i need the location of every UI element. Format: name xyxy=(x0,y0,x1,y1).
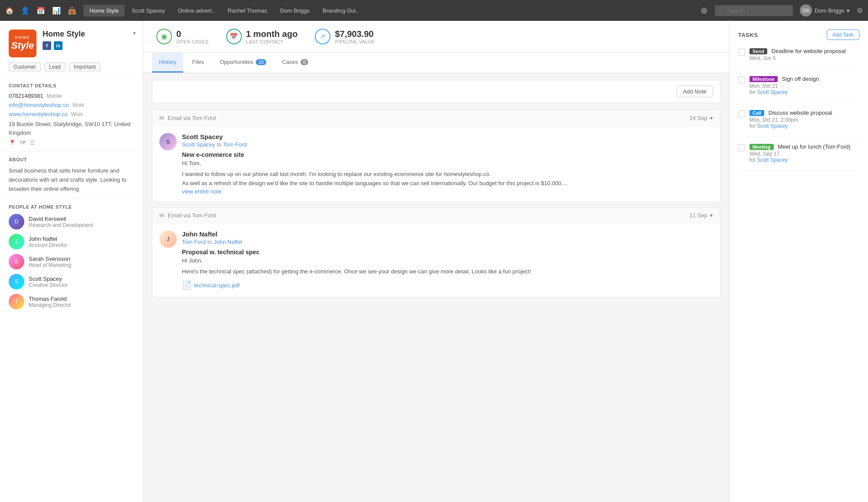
task-item: Milestone Sign off design Mon, Oct 21 fo… xyxy=(738,76,859,103)
linkedin-badge[interactable]: in xyxy=(54,41,63,50)
facebook-badge[interactable]: f xyxy=(43,41,51,50)
logo-home-text: HOME xyxy=(15,35,30,40)
content-tabs: HistoryFilesOpportunities 10Cases 0 xyxy=(143,53,729,73)
nav-tab[interactable]: Online advert.. xyxy=(172,5,221,17)
nav-tab[interactable]: Scott Spacey xyxy=(125,5,171,17)
person-name: Thomas Farold xyxy=(29,296,71,302)
company-tag[interactable]: Important xyxy=(69,63,101,71)
bag-icon[interactable]: 👜 xyxy=(68,7,76,15)
list-item[interactable]: T Thomas Farold Managing Director xyxy=(9,294,134,309)
stat-label: LAST CONTACT xyxy=(246,39,298,44)
emails-list: ✉ Email via Tom Ford 14 Sep ▾ S Scott Sp… xyxy=(152,110,720,297)
email-route: Tom Ford to John Naftel xyxy=(182,239,713,245)
company-name: Home Style xyxy=(43,30,134,39)
attachment-link[interactable]: technical-spec.pdf xyxy=(194,282,240,289)
list-item[interactable]: D David Kerswell Research and Developmen… xyxy=(9,214,134,229)
stat-label: PIPELINE VALUE xyxy=(335,39,375,44)
main-layout: HOME Style Home Style f in ▾ CustomerLea… xyxy=(0,21,868,502)
location-icon: 📍 xyxy=(9,140,16,146)
task-item: Meeting Meet up for lunch (Tom Ford) Wed… xyxy=(738,143,859,170)
task-person-link[interactable]: Scott Spacey xyxy=(757,157,788,163)
user-menu[interactable]: DB Dom Briggs ▾ xyxy=(800,4,850,17)
chevron-down-icon[interactable]: ▾ xyxy=(710,212,713,219)
task-date: Mon, Oct 21, 2:00pm xyxy=(749,117,859,123)
stat-item: ↗ $7,903.90 PIPELINE VALUE xyxy=(315,29,375,44)
right-panel: TASKS Add Task Send Deadline for website… xyxy=(729,21,868,502)
company-tag[interactable]: Lead xyxy=(44,63,66,71)
task-date: Wed, Sep 17 xyxy=(749,151,859,157)
view-more-link[interactable]: view entire note xyxy=(182,188,221,195)
email-subject: New e-commerce site xyxy=(182,151,713,158)
attachment[interactable]: 📄 technical-spec.pdf xyxy=(182,280,713,290)
company-dropdown-icon[interactable]: ▾ xyxy=(133,30,136,37)
task-checkbox[interactable] xyxy=(738,76,745,83)
list-item[interactable]: J John Naftel Account Director xyxy=(9,234,134,249)
settings-icon[interactable]: ⚙ xyxy=(857,7,863,15)
add-note-bar: Add Note xyxy=(152,80,720,103)
add-tab-button[interactable]: ⊕ xyxy=(697,3,711,17)
company-logo: HOME Style xyxy=(9,30,36,57)
tab-history[interactable]: History xyxy=(152,53,183,73)
email-greeting: Hi John, xyxy=(182,257,713,264)
nav-tab[interactable]: Dom Briggs xyxy=(274,5,316,17)
person-role: Account Director xyxy=(29,242,67,248)
email-body: S Scott Spacey Scott Spacey to Tom Ford … xyxy=(152,126,720,202)
task-checkbox[interactable] xyxy=(738,144,745,151)
chart-icon[interactable]: 📊 xyxy=(52,7,61,15)
task-checkbox[interactable] xyxy=(738,110,745,117)
middle-content: ▣ 0 OPEN CASES 📅 1 month ago LAST CONTAC… xyxy=(143,21,729,502)
contact-details-section: CONTACT DETAILS 07821489381 Mobile info@… xyxy=(0,77,143,151)
sender-name: Scott Spacey xyxy=(182,133,713,140)
tab-files[interactable]: Files xyxy=(185,53,211,73)
about-text: Small business that sells home furniture… xyxy=(9,166,134,193)
task-type-badge: Meeting xyxy=(749,144,774,150)
left-sidebar: HOME Style Home Style f in ▾ CustomerLea… xyxy=(0,21,143,502)
task-person-link[interactable]: Scott Spacey xyxy=(757,89,788,95)
tab-opportunities[interactable]: Opportunities 10 xyxy=(213,53,274,73)
task-type-badge: Send xyxy=(749,48,767,54)
task-checkbox[interactable] xyxy=(738,49,745,56)
person-icon[interactable]: 👤 xyxy=(21,7,30,15)
search-wrapper xyxy=(715,5,793,16)
person-name: David Kerswell xyxy=(29,216,93,222)
email-via-label: Email via Tom Ford xyxy=(168,115,216,121)
company-info: Home Style f in xyxy=(43,30,134,50)
email-item[interactable]: info@homestyleshop.co Work xyxy=(9,102,134,108)
search-input[interactable] xyxy=(715,5,793,16)
pdf-icon: 📄 xyxy=(182,280,191,290)
task-person-link[interactable]: Scott Spacey xyxy=(757,123,788,129)
chevron-down-icon[interactable]: ▾ xyxy=(710,115,713,121)
nav-tab[interactable]: Branding Gui.. xyxy=(317,5,365,17)
nav-tab[interactable]: Rachel Thomas xyxy=(221,5,273,17)
list-item[interactable]: S Scott Spacey Creative Director xyxy=(9,274,134,289)
email-card: ✉ Email via Tom Ford 11 Sep ▾ J John Naf… xyxy=(152,207,720,298)
task-description: Discuss website proposal xyxy=(769,110,832,116)
list-item[interactable]: S Sarah Svensson Head of Marketing xyxy=(9,254,134,269)
email-icon: ✉ xyxy=(159,212,164,219)
add-task-button[interactable]: Add Task xyxy=(827,30,859,40)
tab-badge: 10 xyxy=(256,59,266,65)
stat-icon: ▣ xyxy=(156,29,172,44)
company-socials: f in xyxy=(43,41,134,50)
calendar-icon[interactable]: 📅 xyxy=(36,7,45,15)
nav-tab[interactable]: Home Style xyxy=(83,5,125,17)
email-body: J John Naftel Tom Ford to John Naftel Pr… xyxy=(152,223,720,297)
avatar: J xyxy=(9,234,24,249)
top-navigation: 🏠 👤 📅 📊 👜 Home StyleScott SpaceyOnline a… xyxy=(0,0,868,21)
website-item[interactable]: www.homestyleshop.co Work xyxy=(9,111,134,117)
email-text: I wanted to follow up on our phone call … xyxy=(182,170,713,188)
email-greeting: Hi Tom, xyxy=(182,160,713,166)
home-icon[interactable]: 🏠 xyxy=(5,7,14,15)
tasks-title: TASKS xyxy=(738,32,758,38)
task-for: for Scott Spacey xyxy=(749,123,859,129)
company-tag[interactable]: Customer xyxy=(9,63,41,71)
address-item: 19 Buckle Street, Stalybridge, SW10 1TT,… xyxy=(9,120,134,137)
tab-cases[interactable]: Cases 0 xyxy=(275,53,315,73)
stat-item: 📅 1 month ago LAST CONTACT xyxy=(226,29,298,44)
avatar: DB xyxy=(800,4,812,17)
add-note-button[interactable]: Add Note xyxy=(677,86,713,97)
logo-style-text: Style xyxy=(11,40,34,51)
email-route: Scott Spacey to Tom Ford xyxy=(182,141,713,148)
people-list: D David Kerswell Research and Developmen… xyxy=(9,214,134,309)
avatar: S xyxy=(9,274,24,289)
